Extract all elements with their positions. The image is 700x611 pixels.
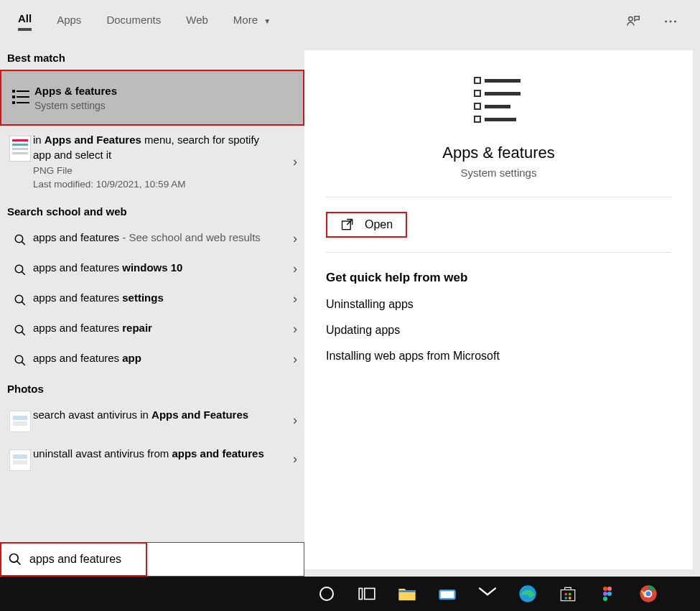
svg-rect-8: [12, 101, 15, 104]
svg-rect-35: [441, 592, 454, 598]
chevron-right-icon[interactable]: ›: [293, 321, 297, 336]
svg-point-46: [603, 597, 607, 601]
search-icon: [14, 263, 27, 276]
svg-rect-9: [17, 102, 29, 103]
open-label: Open: [365, 218, 393, 231]
taskview-icon[interactable]: [356, 583, 378, 605]
edge-icon[interactable]: [517, 583, 538, 605]
tab-all[interactable]: All: [18, 12, 32, 31]
help-link[interactable]: Uninstalling apps: [326, 298, 671, 311]
chevron-right-icon[interactable]: ›: [293, 261, 297, 276]
web-suggestion[interactable]: apps and features - See school and web r…: [0, 223, 304, 253]
tab-more-label: More: [233, 14, 258, 26]
photo-result[interactable]: search avast antivirus in Apps and Featu…: [0, 401, 304, 439]
svg-rect-27: [485, 105, 510, 108]
search-scope-tabs: All Apps Documents Web More ▼: [0, 0, 700, 43]
section-best-match: Best match: [0, 43, 304, 70]
search-box[interactable]: [0, 542, 304, 577]
touch-keyboard-icon[interactable]: [437, 583, 458, 605]
svg-rect-29: [485, 118, 516, 121]
svg-point-18: [15, 355, 23, 363]
open-action-row: Open: [326, 212, 671, 253]
result-apps-and-features[interactable]: Apps & features System settings: [0, 70, 304, 126]
svg-rect-32: [359, 588, 362, 599]
file-explorer-icon[interactable]: [396, 583, 418, 605]
open-icon: [340, 218, 355, 232]
preview-title: Apps & features: [442, 144, 555, 162]
web-suggestion[interactable]: apps and features app ›: [0, 344, 304, 374]
microsoft-store-icon[interactable]: [557, 583, 579, 605]
svg-point-43: [607, 587, 612, 591]
svg-rect-24: [475, 90, 480, 96]
help-link[interactable]: Updating apps: [326, 324, 671, 337]
more-options-icon[interactable]: [663, 14, 678, 29]
chevron-right-icon[interactable]: ›: [293, 154, 297, 169]
svg-line-13: [22, 271, 25, 275]
photo-result[interactable]: uninstall avast antivirus from apps and …: [0, 439, 304, 478]
svg-point-14: [15, 295, 23, 303]
web-suggestion[interactable]: apps and features repair ›: [0, 314, 304, 344]
svg-point-20: [10, 554, 19, 563]
svg-rect-22: [475, 78, 480, 83]
result-title: Apps & features: [34, 84, 274, 98]
svg-rect-6: [12, 95, 15, 98]
quick-help-title: Get quick help from web: [326, 271, 671, 285]
web-suggestion[interactable]: apps and features windows 10 ›: [0, 253, 304, 284]
tab-documents[interactable]: Documents: [106, 14, 161, 29]
svg-rect-7: [17, 96, 29, 98]
suggestion-text: apps and features settings: [33, 291, 276, 305]
result-title: search avast antivirus in Apps and Featu…: [33, 408, 276, 422]
open-button[interactable]: Open: [326, 212, 407, 238]
chevron-right-icon[interactable]: ›: [293, 230, 297, 246]
suggestion-text: apps and features windows 10: [33, 261, 276, 275]
cortana-icon[interactable]: [316, 583, 337, 605]
mail-icon[interactable]: [477, 583, 498, 605]
svg-point-0: [629, 17, 633, 21]
svg-line-21: [17, 561, 21, 565]
chevron-down-icon: ▼: [261, 17, 271, 25]
svg-point-31: [320, 587, 333, 600]
search-icon: [8, 552, 22, 566]
result-subtitle: System settings: [34, 100, 274, 111]
help-link[interactable]: Installing web apps from Microsoft: [326, 350, 671, 363]
svg-point-2: [670, 21, 672, 23]
apps-features-icon: [11, 87, 32, 108]
search-icon: [14, 354, 27, 367]
search-icon: [14, 294, 27, 307]
feedback-icon[interactable]: [625, 14, 641, 29]
svg-line-17: [22, 332, 25, 335]
svg-rect-37: [561, 590, 575, 601]
result-png-file[interactable]: in Apps and Features menu, search for sp…: [0, 126, 304, 197]
apps-features-large-icon: [470, 72, 528, 129]
svg-rect-38: [565, 593, 567, 595]
svg-line-19: [22, 362, 25, 365]
web-suggestion[interactable]: apps and features settings ›: [0, 284, 304, 314]
svg-rect-25: [485, 92, 521, 95]
section-photos: Photos: [0, 374, 304, 401]
figma-icon[interactable]: [597, 583, 619, 605]
svg-rect-33: [365, 588, 375, 599]
svg-rect-40: [565, 597, 567, 599]
tab-more[interactable]: More ▼: [233, 14, 271, 29]
tab-apps[interactable]: Apps: [57, 14, 81, 29]
tab-web[interactable]: Web: [186, 14, 208, 29]
svg-rect-41: [569, 597, 571, 599]
svg-rect-23: [485, 79, 521, 83]
chevron-right-icon[interactable]: ›: [293, 351, 297, 366]
svg-point-12: [15, 265, 23, 273]
svg-point-3: [674, 21, 676, 23]
result-title: uninstall avast antivirus from apps and …: [33, 447, 276, 461]
chevron-right-icon[interactable]: ›: [293, 451, 297, 466]
svg-rect-28: [475, 116, 480, 122]
chrome-icon[interactable]: [638, 583, 659, 605]
chevron-right-icon[interactable]: ›: [293, 412, 297, 427]
preview-header: Apps & features System settings: [326, 50, 671, 197]
search-input[interactable]: [29, 553, 297, 566]
chevron-right-icon[interactable]: ›: [293, 291, 297, 306]
svg-point-45: [607, 592, 612, 596]
result-modified: Last modified: 10/9/2021, 10:59 AM: [33, 179, 276, 190]
svg-point-10: [15, 235, 23, 243]
svg-rect-26: [475, 103, 480, 109]
svg-point-49: [646, 592, 651, 597]
quick-help-section: Get quick help from web Uninstalling app…: [304, 253, 693, 393]
